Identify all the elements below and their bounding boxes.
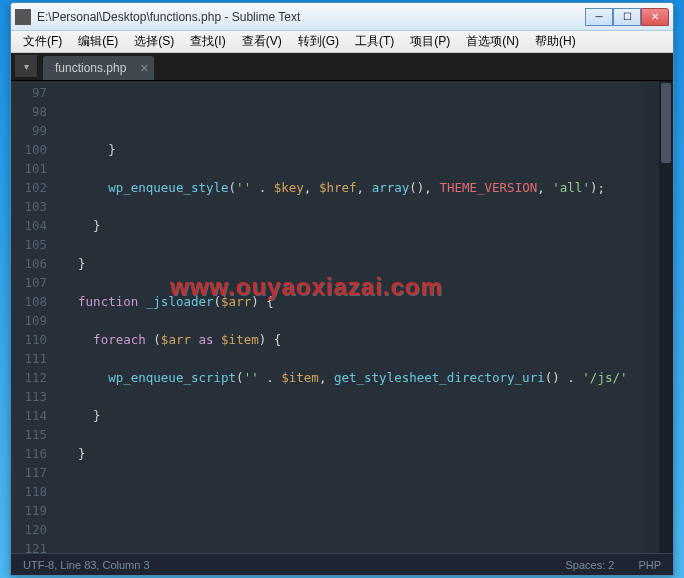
close-button[interactable]: ✕ [641,8,669,26]
titlebar[interactable]: E:\Personal\Desktop\functions.php - Subl… [11,3,673,31]
app-icon [15,9,31,25]
minimize-button[interactable]: ─ [585,8,613,26]
menubar: 文件(F) 编辑(E) 选择(S) 查找(I) 查看(V) 转到(G) 工具(T… [11,31,673,53]
tab-dropdown-icon[interactable]: ▾ [15,55,37,77]
status-encoding[interactable]: UTF-8, Line 83, Column 3 [23,559,150,571]
menu-view[interactable]: 查看(V) [234,31,290,52]
tabbar: ▾ functions.php × [11,53,673,81]
minimap[interactable] [645,81,659,553]
menu-prefs[interactable]: 首选项(N) [458,31,527,52]
statusbar: UTF-8, Line 83, Column 3 Spaces: 2 PHP [11,553,673,575]
menu-select[interactable]: 选择(S) [126,31,182,52]
menu-goto[interactable]: 转到(G) [290,31,347,52]
scrollbar-thumb[interactable] [661,83,671,163]
window-title: E:\Personal\Desktop\functions.php - Subl… [37,10,585,24]
menu-find[interactable]: 查找(I) [182,31,233,52]
tab-label: functions.php [55,61,126,75]
code-area[interactable]: } wp_enqueue_style('' . $key, $href, arr… [55,81,673,553]
vertical-scrollbar[interactable] [659,81,673,553]
tab-close-icon[interactable]: × [140,60,148,76]
status-spaces[interactable]: Spaces: 2 [565,559,614,571]
app-window: E:\Personal\Desktop\functions.php - Subl… [10,2,674,576]
status-lang[interactable]: PHP [638,559,661,571]
menu-file[interactable]: 文件(F) [15,31,70,52]
editor[interactable]: 9798991001011021031041051061071081091101… [11,81,673,553]
maximize-button[interactable]: ☐ [613,8,641,26]
menu-edit[interactable]: 编辑(E) [70,31,126,52]
menu-help[interactable]: 帮助(H) [527,31,584,52]
tab-active[interactable]: functions.php × [43,56,154,80]
menu-project[interactable]: 项目(P) [402,31,458,52]
window-controls: ─ ☐ ✕ [585,8,669,26]
menu-tools[interactable]: 工具(T) [347,31,402,52]
line-gutter: 9798991001011021031041051061071081091101… [11,81,55,553]
